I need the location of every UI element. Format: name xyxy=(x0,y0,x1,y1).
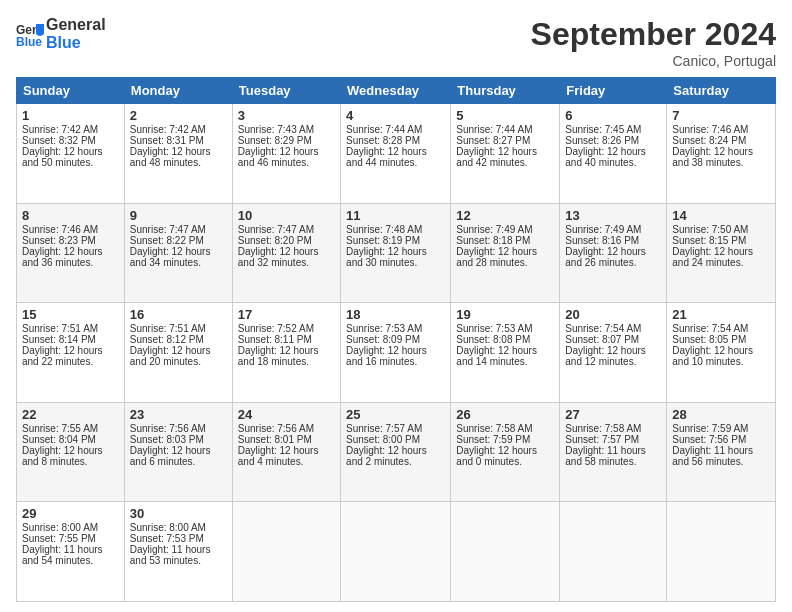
sunset-text: Sunset: 8:19 PM xyxy=(346,235,445,246)
calendar-cell xyxy=(451,502,560,602)
svg-text:Blue: Blue xyxy=(16,35,42,48)
page: General Blue General Blue September 2024… xyxy=(0,0,792,612)
sunrise-text: Sunrise: 7:42 AM xyxy=(130,124,227,135)
weekday-header-wednesday: Wednesday xyxy=(341,78,451,104)
sunset-text: Sunset: 8:18 PM xyxy=(456,235,554,246)
calendar-cell: 26Sunrise: 7:58 AMSunset: 7:59 PMDayligh… xyxy=(451,402,560,502)
calendar-cell xyxy=(232,502,340,602)
sunset-text: Sunset: 8:24 PM xyxy=(672,135,770,146)
calendar-cell: 2Sunrise: 7:42 AMSunset: 8:31 PMDaylight… xyxy=(124,104,232,204)
daylight-text: Daylight: 11 hours and 56 minutes. xyxy=(672,445,770,467)
logo-blue: Blue xyxy=(46,34,81,51)
calendar-week-3: 15Sunrise: 7:51 AMSunset: 8:14 PMDayligh… xyxy=(17,303,776,403)
sunrise-text: Sunrise: 7:48 AM xyxy=(346,224,445,235)
sunrise-text: Sunrise: 7:56 AM xyxy=(238,423,335,434)
sunrise-text: Sunrise: 7:54 AM xyxy=(672,323,770,334)
sunset-text: Sunset: 8:31 PM xyxy=(130,135,227,146)
calendar-cell: 29Sunrise: 8:00 AMSunset: 7:55 PMDayligh… xyxy=(17,502,125,602)
calendar-cell: 11Sunrise: 7:48 AMSunset: 8:19 PMDayligh… xyxy=(341,203,451,303)
calendar-cell xyxy=(341,502,451,602)
sunset-text: Sunset: 8:05 PM xyxy=(672,334,770,345)
calendar-week-5: 29Sunrise: 8:00 AMSunset: 7:55 PMDayligh… xyxy=(17,502,776,602)
sunset-text: Sunset: 8:26 PM xyxy=(565,135,661,146)
calendar-week-1: 1Sunrise: 7:42 AMSunset: 8:32 PMDaylight… xyxy=(17,104,776,204)
daylight-text: Daylight: 12 hours and 18 minutes. xyxy=(238,345,335,367)
day-number: 16 xyxy=(130,307,227,322)
sunset-text: Sunset: 8:00 PM xyxy=(346,434,445,445)
calendar-cell: 16Sunrise: 7:51 AMSunset: 8:12 PMDayligh… xyxy=(124,303,232,403)
sunrise-text: Sunrise: 7:53 AM xyxy=(456,323,554,334)
day-number: 6 xyxy=(565,108,661,123)
day-number: 20 xyxy=(565,307,661,322)
daylight-text: Daylight: 12 hours and 26 minutes. xyxy=(565,246,661,268)
daylight-text: Daylight: 12 hours and 6 minutes. xyxy=(130,445,227,467)
day-number: 10 xyxy=(238,208,335,223)
header: General Blue General Blue September 2024… xyxy=(16,16,776,69)
logo-icon: General Blue xyxy=(16,20,44,48)
sunset-text: Sunset: 8:14 PM xyxy=(22,334,119,345)
daylight-text: Daylight: 12 hours and 36 minutes. xyxy=(22,246,119,268)
location-subtitle: Canico, Portugal xyxy=(531,53,776,69)
daylight-text: Daylight: 11 hours and 53 minutes. xyxy=(130,544,227,566)
daylight-text: Daylight: 12 hours and 8 minutes. xyxy=(22,445,119,467)
daylight-text: Daylight: 12 hours and 4 minutes. xyxy=(238,445,335,467)
calendar-cell: 30Sunrise: 8:00 AMSunset: 7:53 PMDayligh… xyxy=(124,502,232,602)
day-number: 21 xyxy=(672,307,770,322)
sunrise-text: Sunrise: 7:51 AM xyxy=(22,323,119,334)
day-number: 29 xyxy=(22,506,119,521)
sunrise-text: Sunrise: 7:59 AM xyxy=(672,423,770,434)
logo-general: General xyxy=(46,16,106,33)
daylight-text: Daylight: 12 hours and 0 minutes. xyxy=(456,445,554,467)
daylight-text: Daylight: 11 hours and 58 minutes. xyxy=(565,445,661,467)
day-number: 8 xyxy=(22,208,119,223)
sunrise-text: Sunrise: 7:58 AM xyxy=(456,423,554,434)
day-number: 14 xyxy=(672,208,770,223)
day-number: 28 xyxy=(672,407,770,422)
daylight-text: Daylight: 11 hours and 54 minutes. xyxy=(22,544,119,566)
month-title: September 2024 xyxy=(531,16,776,53)
calendar-cell: 22Sunrise: 7:55 AMSunset: 8:04 PMDayligh… xyxy=(17,402,125,502)
day-number: 30 xyxy=(130,506,227,521)
daylight-text: Daylight: 12 hours and 32 minutes. xyxy=(238,246,335,268)
sunrise-text: Sunrise: 7:52 AM xyxy=(238,323,335,334)
calendar-cell: 14Sunrise: 7:50 AMSunset: 8:15 PMDayligh… xyxy=(667,203,776,303)
sunrise-text: Sunrise: 7:46 AM xyxy=(672,124,770,135)
sunrise-text: Sunrise: 8:00 AM xyxy=(130,522,227,533)
sunset-text: Sunset: 7:56 PM xyxy=(672,434,770,445)
daylight-text: Daylight: 12 hours and 12 minutes. xyxy=(565,345,661,367)
daylight-text: Daylight: 12 hours and 42 minutes. xyxy=(456,146,554,168)
day-number: 12 xyxy=(456,208,554,223)
day-number: 23 xyxy=(130,407,227,422)
sunrise-text: Sunrise: 7:46 AM xyxy=(22,224,119,235)
weekday-header-thursday: Thursday xyxy=(451,78,560,104)
calendar-cell xyxy=(560,502,667,602)
day-number: 19 xyxy=(456,307,554,322)
day-number: 22 xyxy=(22,407,119,422)
sunset-text: Sunset: 8:23 PM xyxy=(22,235,119,246)
day-number: 27 xyxy=(565,407,661,422)
weekday-header-tuesday: Tuesday xyxy=(232,78,340,104)
sunrise-text: Sunrise: 7:47 AM xyxy=(238,224,335,235)
day-number: 15 xyxy=(22,307,119,322)
sunset-text: Sunset: 8:15 PM xyxy=(672,235,770,246)
calendar-cell: 10Sunrise: 7:47 AMSunset: 8:20 PMDayligh… xyxy=(232,203,340,303)
calendar-table: SundayMondayTuesdayWednesdayThursdayFrid… xyxy=(16,77,776,602)
weekday-header-monday: Monday xyxy=(124,78,232,104)
daylight-text: Daylight: 12 hours and 48 minutes. xyxy=(130,146,227,168)
sunset-text: Sunset: 8:22 PM xyxy=(130,235,227,246)
calendar-cell: 15Sunrise: 7:51 AMSunset: 8:14 PMDayligh… xyxy=(17,303,125,403)
calendar-cell xyxy=(667,502,776,602)
daylight-text: Daylight: 12 hours and 34 minutes. xyxy=(130,246,227,268)
sunset-text: Sunset: 8:20 PM xyxy=(238,235,335,246)
daylight-text: Daylight: 12 hours and 50 minutes. xyxy=(22,146,119,168)
sunrise-text: Sunrise: 7:42 AM xyxy=(22,124,119,135)
sunset-text: Sunset: 8:01 PM xyxy=(238,434,335,445)
sunrise-text: Sunrise: 7:58 AM xyxy=(565,423,661,434)
calendar-cell: 6Sunrise: 7:45 AMSunset: 8:26 PMDaylight… xyxy=(560,104,667,204)
daylight-text: Daylight: 12 hours and 28 minutes. xyxy=(456,246,554,268)
daylight-text: Daylight: 12 hours and 38 minutes. xyxy=(672,146,770,168)
daylight-text: Daylight: 12 hours and 44 minutes. xyxy=(346,146,445,168)
sunrise-text: Sunrise: 7:43 AM xyxy=(238,124,335,135)
calendar-cell: 24Sunrise: 7:56 AMSunset: 8:01 PMDayligh… xyxy=(232,402,340,502)
daylight-text: Daylight: 12 hours and 46 minutes. xyxy=(238,146,335,168)
